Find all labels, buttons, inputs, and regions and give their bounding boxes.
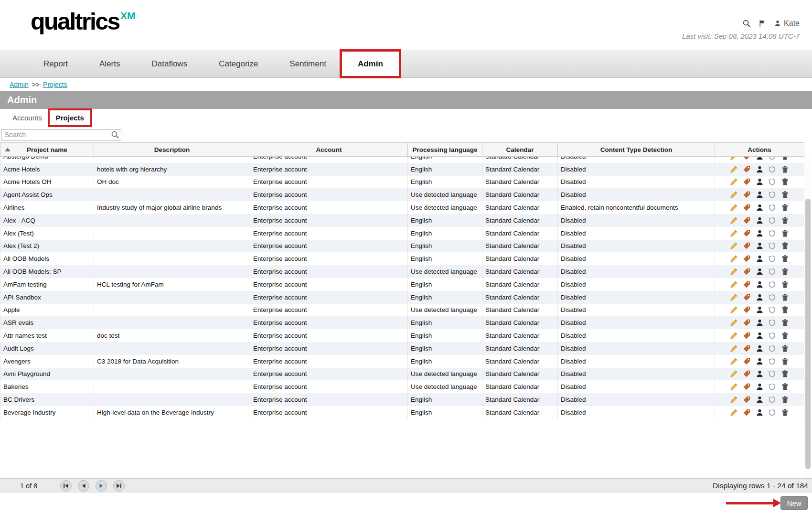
table-row[interactable]: BC Drivers Enterprise account English St…: [0, 393, 804, 406]
new-project-button[interactable]: New: [780, 496, 808, 510]
edit-icon[interactable]: [730, 383, 738, 391]
edit-icon[interactable]: [730, 191, 738, 199]
edit-icon[interactable]: [730, 229, 738, 237]
table-row[interactable]: Avengers C3 2018 for Data Acquisition En…: [0, 355, 804, 368]
table-row[interactable]: Alex - ACQ Enterprise account English St…: [0, 214, 804, 227]
refresh-icon[interactable]: [768, 344, 776, 353]
table-row[interactable]: ASR evals Enterprise account English Sta…: [0, 316, 804, 329]
tag-icon[interactable]: [743, 370, 751, 378]
table-row[interactable]: API Sandbox Enterprise account English S…: [0, 291, 804, 304]
table-row[interactable]: Audit Logs Enterprise account English St…: [0, 342, 804, 355]
refresh-icon[interactable]: [768, 178, 776, 186]
table-row[interactable]: Airlines Industry study of major global …: [0, 201, 804, 214]
nav-item-alerts[interactable]: Alerts: [84, 50, 136, 77]
nav-item-report[interactable]: Report: [28, 50, 84, 77]
assign-user-icon[interactable]: [756, 332, 764, 340]
table-row[interactable]: AmFam testing HCL testing for AmFam Ente…: [0, 278, 804, 291]
first-page-button[interactable]: [60, 480, 72, 492]
delete-icon[interactable]: [781, 268, 789, 276]
assign-user-icon[interactable]: [756, 178, 764, 186]
assign-user-icon[interactable]: [756, 293, 764, 301]
column-project-name[interactable]: Project name: [0, 143, 94, 157]
search-submit-icon[interactable]: [110, 130, 120, 141]
tag-icon[interactable]: [743, 229, 751, 237]
tag-icon[interactable]: [743, 344, 751, 353]
refresh-icon[interactable]: [768, 268, 776, 276]
edit-icon[interactable]: [730, 306, 738, 314]
delete-icon[interactable]: [781, 216, 789, 225]
table-row[interactable]: Apple Enterprise account Use detected la…: [0, 304, 804, 317]
edit-icon[interactable]: [730, 357, 738, 365]
search-input[interactable]: [1, 129, 121, 140]
previous-page-button[interactable]: [78, 480, 89, 492]
delete-icon[interactable]: [781, 255, 789, 263]
table-row[interactable]: Bakeries Enterprise account Use detected…: [0, 380, 804, 393]
tag-icon[interactable]: [743, 216, 751, 225]
table-row[interactable]: Alex (Test) Enterprise account English S…: [0, 227, 804, 240]
assign-user-icon[interactable]: [756, 165, 764, 173]
edit-icon[interactable]: [730, 332, 738, 340]
refresh-icon[interactable]: [768, 242, 776, 250]
column-content-type-detection[interactable]: Content Type Detection: [558, 143, 715, 157]
refresh-icon[interactable]: [768, 165, 776, 173]
assign-user-icon[interactable]: [756, 242, 764, 250]
refresh-icon[interactable]: [768, 396, 776, 404]
table-row[interactable]: Beverage Industry High-level data on the…: [0, 406, 804, 419]
assign-user-icon[interactable]: [756, 255, 764, 263]
refresh-icon[interactable]: [768, 216, 776, 225]
refresh-icon[interactable]: [768, 319, 776, 327]
edit-icon[interactable]: [730, 344, 738, 353]
refresh-icon[interactable]: [768, 293, 776, 301]
assign-user-icon[interactable]: [756, 229, 764, 237]
tag-icon[interactable]: [743, 396, 751, 404]
tag-icon[interactable]: [743, 293, 751, 301]
edit-icon[interactable]: [730, 370, 738, 378]
delete-icon[interactable]: [781, 383, 789, 391]
tag-icon[interactable]: [743, 332, 751, 340]
edit-icon[interactable]: [730, 165, 738, 173]
assign-user-icon[interactable]: [756, 396, 764, 404]
assign-user-icon[interactable]: [756, 357, 764, 365]
column-account[interactable]: Account: [250, 143, 408, 157]
refresh-icon[interactable]: [768, 255, 776, 263]
column-processing-language[interactable]: Processing language: [408, 143, 482, 157]
tag-icon[interactable]: [743, 268, 751, 276]
tag-icon[interactable]: [743, 157, 751, 161]
nav-item-dataflows[interactable]: Dataflows: [136, 50, 203, 77]
delete-icon[interactable]: [781, 293, 789, 301]
delete-icon[interactable]: [781, 357, 789, 365]
assign-user-icon[interactable]: [756, 203, 764, 212]
vertical-scrollbar[interactable]: [805, 157, 811, 478]
delete-icon[interactable]: [781, 332, 789, 340]
table-row[interactable]: All OOB Models: SP Enterprise account Us…: [0, 265, 804, 278]
table-row[interactable]: Attr names test doc test Enterprise acco…: [0, 329, 804, 342]
refresh-icon[interactable]: [768, 280, 776, 289]
tag-icon[interactable]: [743, 165, 751, 173]
edit-icon[interactable]: [730, 280, 738, 289]
refresh-icon[interactable]: [768, 157, 776, 161]
qualtrics-logo[interactable]: qualtricsXM: [31, 8, 134, 35]
edit-icon[interactable]: [730, 319, 738, 327]
nav-item-categorize[interactable]: Categorize: [203, 50, 274, 77]
table-row[interactable]: All OOB Models Enterprise account Englis…: [0, 252, 804, 265]
delete-icon[interactable]: [781, 319, 789, 327]
tag-icon[interactable]: [743, 191, 751, 199]
tag-icon[interactable]: [743, 306, 751, 314]
column-calendar[interactable]: Calendar: [482, 143, 558, 157]
edit-icon[interactable]: [730, 396, 738, 404]
edit-icon[interactable]: [730, 293, 738, 301]
tag-icon[interactable]: [743, 280, 751, 289]
refresh-icon[interactable]: [768, 229, 776, 237]
nav-item-sentiment[interactable]: Sentiment: [274, 50, 342, 77]
edit-icon[interactable]: [730, 203, 738, 212]
assign-user-icon[interactable]: [756, 383, 764, 391]
delete-icon[interactable]: [781, 157, 789, 161]
table-row[interactable]: Acme Hotels hotels with org hierarchy En…: [0, 163, 804, 176]
delete-icon[interactable]: [781, 178, 789, 186]
tag-icon[interactable]: [743, 319, 751, 327]
search-icon[interactable]: [742, 19, 751, 28]
tag-icon[interactable]: [743, 178, 751, 186]
edit-icon[interactable]: [730, 157, 738, 161]
tag-icon[interactable]: [743, 203, 751, 212]
table-row[interactable]: Avni Playground Enterprise account Use d…: [0, 368, 804, 381]
